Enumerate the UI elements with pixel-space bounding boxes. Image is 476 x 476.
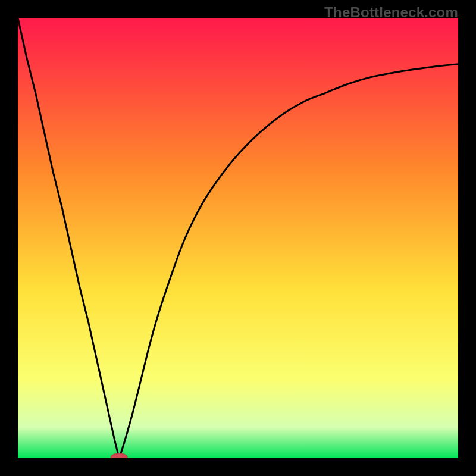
gradient-background — [18, 18, 458, 458]
watermark-text: TheBottleneck.com — [324, 4, 458, 21]
optimal-marker — [111, 453, 127, 458]
chart-svg — [18, 18, 458, 458]
chart-frame: TheBottleneck.com — [0, 0, 476, 476]
plot-area — [18, 18, 458, 458]
